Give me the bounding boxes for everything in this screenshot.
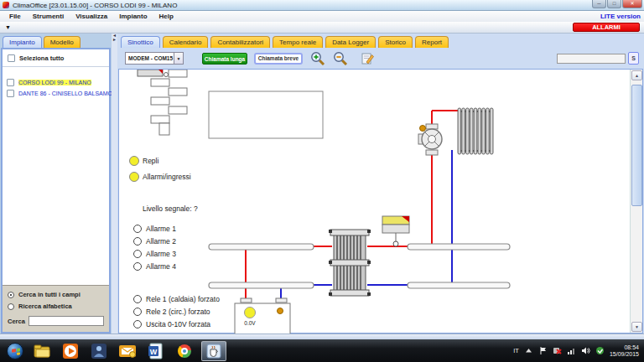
zoom-out-icon[interactable] (333, 51, 348, 65)
plant-list: CORSO LODI 99 - MILANO DANTE 86 - CINISE… (3, 67, 109, 99)
short-call-button[interactable]: Chiamata breve (254, 53, 303, 65)
tab-calendario[interactable]: Calendario (163, 36, 209, 48)
signal-level-label: Livello segnale: ? (143, 204, 198, 213)
output-010v-force-toggle[interactable] (134, 321, 142, 328)
tab-tempo-reale[interactable]: Tempo reale (273, 36, 323, 48)
main-tab-bar: Sinottico Calendario Contabilizzatori Te… (121, 34, 449, 48)
alarm1-led (134, 225, 142, 233)
scrollbar-thumb[interactable] (631, 85, 642, 206)
taskbar-clock[interactable]: 08:54 15/09/2015 (610, 344, 642, 358)
network-signal-icon[interactable] (567, 346, 576, 355)
tab-impianto[interactable]: Impianto (3, 36, 42, 48)
tab-report[interactable]: Report (415, 36, 449, 48)
panel-splitter[interactable]: ◂ ▸ (112, 34, 117, 334)
minimize-button[interactable]: ─ (592, 0, 606, 8)
status-strip (0, 334, 644, 339)
overflow-chevron-icon[interactable]: ▼ (5, 24, 11, 30)
list-item[interactable]: DANTE 86 - CINISELLO BALSAMO (3, 88, 109, 99)
riser-column-icon (138, 70, 187, 135)
system-tray: IT (513, 339, 642, 362)
edit-icon[interactable] (360, 51, 375, 65)
voltage-led (245, 308, 256, 318)
screen: ClimaOffice [23.01.15.00] - CORSO LODI 9… (0, 0, 644, 362)
tab-contabilizzatori[interactable]: Contabilizzatori (210, 36, 270, 48)
heat-exchanger-icon (329, 230, 371, 296)
language-indicator[interactable]: IT (513, 347, 519, 354)
output-010v-label: Uscita 0-10V forzata (146, 320, 210, 328)
long-call-button[interactable]: Chiamata lunga (202, 53, 247, 65)
action-center-flag-icon[interactable] (538, 346, 548, 355)
show-hidden-icons[interactable] (524, 346, 533, 355)
radio-alphabetical-label: Ricerca alfabetica (18, 303, 72, 310)
menu-impianto[interactable]: Impianto (113, 13, 153, 20)
relay1-force-toggle[interactable] (134, 296, 142, 303)
zoom-in-icon[interactable] (310, 51, 325, 65)
alarms-inputs-led (130, 173, 139, 182)
application-icon[interactable] (89, 342, 109, 360)
system-diagram: Repli Allarmi/ingressi Livello segnale: … (119, 70, 630, 333)
volume-icon[interactable] (581, 346, 590, 355)
search-alphabetical-option[interactable]: Ricerca alfabetica (8, 303, 104, 310)
menu-help[interactable]: Help (153, 13, 179, 20)
search-input[interactable] (29, 316, 104, 326)
radio-all-fields[interactable] (8, 292, 14, 298)
s-button[interactable]: S (628, 52, 639, 65)
plant-name[interactable]: DANTE 86 - CINISELLO BALSAMO (18, 90, 112, 96)
device-error-icon[interactable] (553, 346, 562, 355)
tab-modello[interactable]: Modello (44, 36, 80, 48)
expand-right-icon[interactable]: ▸ (112, 38, 117, 42)
alarm3-led (134, 251, 142, 258)
plant-checkbox[interactable] (7, 79, 14, 86)
plant-name[interactable]: CORSO LODI 99 - MILANO (18, 80, 91, 85)
radiator-icon (458, 108, 493, 154)
menu-visualizza[interactable]: Visualizza (70, 13, 113, 20)
search-all-fields-option[interactable]: Cerca in tutti i campi (8, 291, 104, 298)
climaoffice-icon (205, 343, 222, 359)
window-titlebar: ClimaOffice [23.01.15.00] - CORSO LODI 9… (0, 0, 644, 11)
alarm1-label: Allarme 1 (146, 225, 176, 233)
alarm2-label: Allarme 2 (146, 237, 176, 246)
chevron-down-icon[interactable]: ▼ (174, 53, 183, 64)
clock-date: 15/09/2015 (610, 351, 639, 358)
tab-sinottico[interactable]: Sinottico (121, 36, 160, 48)
radio-all-fields-label: Cerca in tutti i campi (18, 291, 80, 298)
media-player-icon[interactable] (60, 342, 80, 360)
menu-strumenti[interactable]: Strumenti (27, 13, 70, 20)
climaoffice-taskbar-button[interactable] (201, 341, 226, 361)
alarms-button[interactable]: ALLARMI (573, 23, 640, 32)
main-panel: Sinottico Calendario Contabilizzatori Te… (117, 34, 644, 334)
taskbar: W IT (0, 339, 644, 362)
close-button[interactable]: ✕ (622, 0, 642, 8)
alarm4-label: Allarme 4 (146, 262, 176, 271)
menu-file[interactable]: File (3, 13, 27, 20)
relay2-force-toggle[interactable] (134, 308, 142, 316)
search-field-label: Cerca (8, 318, 25, 325)
radio-alphabetical[interactable] (8, 303, 14, 310)
select-all-row: Seleziona tutto (3, 49, 109, 67)
chrome-icon[interactable] (174, 342, 195, 360)
scroll-down-icon[interactable]: ▼ (631, 322, 642, 332)
explorer-icon[interactable] (32, 342, 52, 360)
voltage-value: 0.0V (240, 320, 260, 326)
tab-storico[interactable]: Storico (378, 36, 413, 48)
repli-label: Repli (143, 157, 158, 165)
pump-icon (418, 124, 442, 155)
schematic-box (209, 91, 323, 138)
app-icon (3, 2, 9, 8)
canvas-scrollbar[interactable]: ▲ ▼ (630, 70, 642, 333)
list-item[interactable]: CORSO LODI 99 - MILANO (3, 77, 109, 88)
alarm4-led (134, 263, 142, 271)
alarm2-led (134, 238, 142, 246)
word-icon[interactable]: W (146, 342, 166, 360)
start-button[interactable] (7, 343, 23, 359)
maximize-button[interactable]: □ (607, 0, 621, 8)
modem-select[interactable]: MODEM - COM15 ▼ (125, 52, 184, 65)
cold-water-lines (281, 150, 452, 298)
scroll-up-icon[interactable]: ▲ (631, 70, 642, 80)
tab-data-logger[interactable]: Data Logger (325, 36, 376, 48)
safely-remove-icon[interactable] (595, 346, 605, 355)
select-all-checkbox[interactable] (8, 54, 15, 62)
toolbar-search-input[interactable] (557, 54, 626, 64)
plant-checkbox[interactable] (7, 90, 14, 97)
outlook-icon[interactable] (117, 342, 138, 360)
